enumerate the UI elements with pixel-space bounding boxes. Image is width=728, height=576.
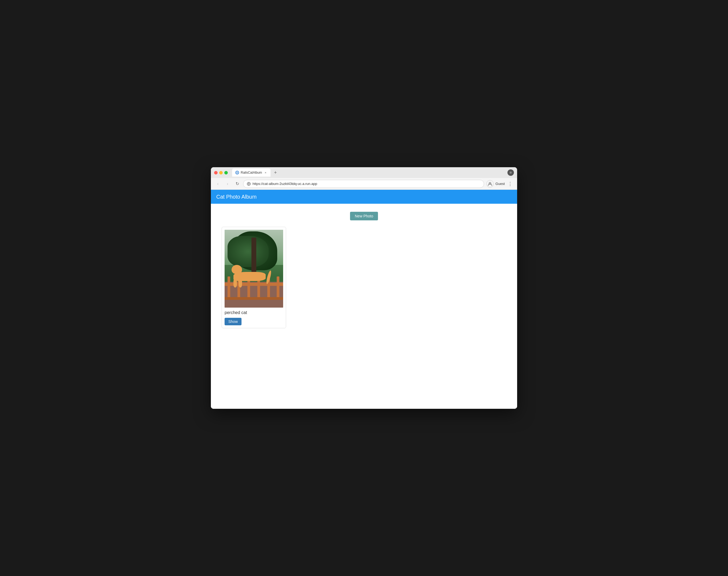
rail-post-1 <box>227 277 230 300</box>
maximize-window-button[interactable] <box>224 171 228 174</box>
user-area: Guest ⋮ <box>486 180 514 188</box>
address-bar[interactable]: https://cat-album-2uzkt43tdq-uc.a.run.ap… <box>243 180 484 188</box>
user-label: Guest <box>495 182 505 186</box>
title-bar: RailsCatAlbum × + <box>211 167 517 178</box>
tab-bar: RailsCatAlbum × + <box>232 169 505 177</box>
new-tab-button[interactable]: + <box>272 169 279 176</box>
browser-window: RailsCatAlbum × + ‹ › ↻ https://cat-albu… <box>211 167 517 409</box>
user-avatar-icon[interactable] <box>486 180 494 188</box>
show-button[interactable]: Show <box>224 318 242 325</box>
refresh-icon: ↻ <box>236 181 239 186</box>
close-window-button[interactable] <box>214 171 218 174</box>
browser-menu-button[interactable]: ⋮ <box>506 180 514 188</box>
rail-post-6 <box>277 277 279 300</box>
cat-photo-art <box>224 230 283 308</box>
address-text: https://cat-album-2uzkt43tdq-uc.a.run.ap… <box>252 182 481 186</box>
app-content: Cat Photo Album New Photo <box>211 190 517 409</box>
traffic-lights <box>214 171 228 174</box>
cat-head <box>232 265 242 274</box>
tab-title: RailsCatAlbum <box>241 171 262 174</box>
tab-close-button[interactable]: × <box>264 171 267 174</box>
app-main: New Photo <box>211 204 517 409</box>
tab-favicon-icon <box>235 171 239 174</box>
cat-leg-2 <box>239 280 242 287</box>
forward-button[interactable]: › <box>224 180 231 188</box>
browser-tab[interactable]: RailsCatAlbum × <box>232 169 271 177</box>
photo-card: perched cat Show <box>222 227 286 328</box>
tree-foliage-2 <box>227 236 269 267</box>
app-title: Cat Photo Album <box>216 194 257 200</box>
app-header: Cat Photo Album <box>211 190 517 204</box>
cat-leg-1 <box>234 280 237 287</box>
security-icon <box>247 182 251 186</box>
photo-caption: perched cat <box>224 310 283 315</box>
new-photo-btn-container: New Photo <box>222 212 506 220</box>
minimize-window-button[interactable] <box>219 171 223 174</box>
back-icon: ‹ <box>217 181 218 186</box>
new-photo-button[interactable]: New Photo <box>350 212 378 220</box>
window-extra-control <box>508 169 514 176</box>
photo-image <box>224 230 283 308</box>
photo-grid: perched cat Show <box>222 227 506 328</box>
refresh-button[interactable]: ↻ <box>234 180 241 188</box>
back-button[interactable]: ‹ <box>214 180 222 188</box>
deck-bottom <box>224 297 283 300</box>
forward-icon: › <box>227 181 228 186</box>
nav-bar: ‹ › ↻ https://cat-album-2uzkt43tdq-uc.a.… <box>211 178 517 190</box>
